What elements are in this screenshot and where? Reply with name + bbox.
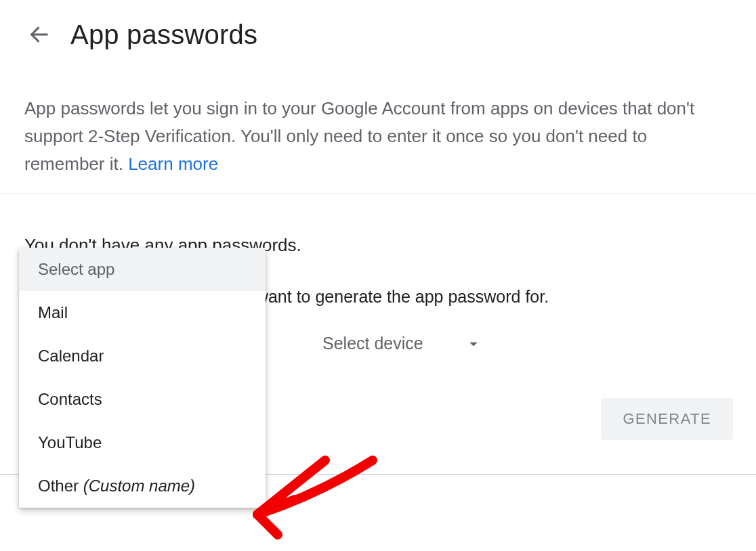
dropdown-option-other-label: Other bbox=[38, 477, 83, 495]
page-title: App passwords bbox=[70, 20, 257, 50]
chevron-down-icon bbox=[464, 334, 483, 353]
dropdown-option-other-hint: (Custom name) bbox=[83, 477, 195, 495]
dropdown-option-youtube[interactable]: YouTube bbox=[19, 421, 266, 464]
dropdown-option-other[interactable]: Other (Custom name) bbox=[19, 464, 266, 508]
divider bbox=[0, 193, 756, 194]
dropdown-header: Select app bbox=[19, 248, 266, 291]
app-select-dropdown: Select app Mail Calendar Contacts YouTub… bbox=[19, 248, 266, 508]
page-header: App passwords bbox=[0, 0, 756, 54]
generate-button[interactable]: GENERATE bbox=[601, 398, 733, 440]
device-selector-label: Select device bbox=[322, 334, 423, 353]
description-text: App passwords let you sign in to your Go… bbox=[24, 98, 694, 174]
back-button[interactable] bbox=[24, 20, 54, 49]
dropdown-option-contacts[interactable]: Contacts bbox=[19, 378, 266, 421]
arrow-left-icon bbox=[28, 23, 51, 46]
device-selector[interactable]: Select device bbox=[322, 334, 483, 357]
learn-more-link[interactable]: Learn more bbox=[128, 154, 218, 174]
dropdown-option-calendar[interactable]: Calendar bbox=[19, 334, 266, 378]
dropdown-option-mail[interactable]: Mail bbox=[19, 291, 266, 334]
description-block: App passwords let you sign in to your Go… bbox=[0, 54, 756, 208]
